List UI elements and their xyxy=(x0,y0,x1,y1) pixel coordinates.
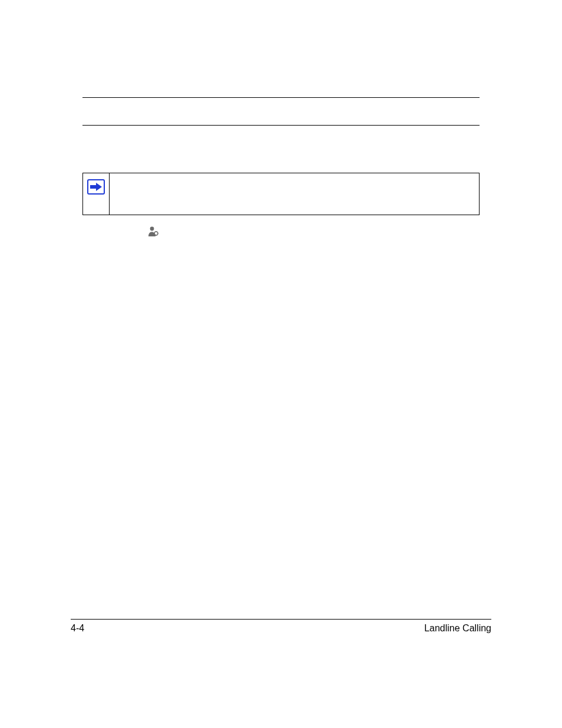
note-text xyxy=(110,173,479,215)
svg-point-1 xyxy=(150,227,154,231)
footer-row: 4-4 Landline Calling xyxy=(71,623,491,634)
page-number: 4-4 xyxy=(71,623,84,634)
content-area xyxy=(82,97,480,238)
inline-icon-row xyxy=(82,226,480,238)
arrow-right-icon xyxy=(87,179,105,195)
page-footer: 4-4 Landline Calling xyxy=(71,619,491,634)
note-icon-cell xyxy=(83,173,110,215)
person-setting-icon xyxy=(147,226,159,238)
section-title: Landline Calling xyxy=(424,623,491,634)
horizontal-rule-top xyxy=(82,97,480,98)
svg-point-2 xyxy=(154,232,158,235)
horizontal-rule-second xyxy=(82,125,480,126)
footer-rule xyxy=(71,619,491,620)
page: 4-4 Landline Calling xyxy=(0,0,562,728)
svg-marker-0 xyxy=(90,183,102,191)
note-box xyxy=(82,173,480,215)
